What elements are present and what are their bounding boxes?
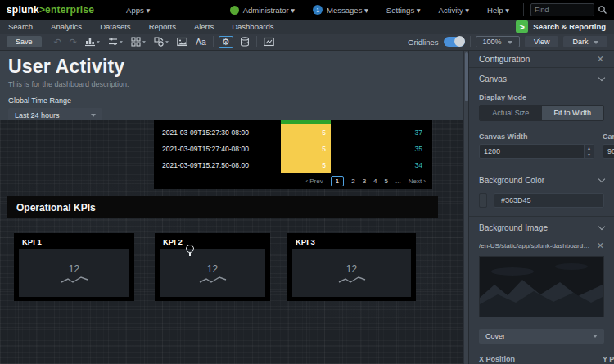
pagination-page-3[interactable]: 3 <box>363 178 366 185</box>
add-chart-icon[interactable] <box>84 36 102 47</box>
pagination-page-5[interactable]: 5 <box>385 178 388 185</box>
color-swatch[interactable] <box>479 193 487 208</box>
apps-menu[interactable]: Apps ▾ <box>119 6 157 15</box>
pagination-page-1[interactable]: 1 <box>331 176 344 186</box>
app-navbar: Search Analytics Datasets Reports Alerts… <box>0 20 614 34</box>
kpi-body: 12 <box>292 249 411 297</box>
pagination-ellipsis: ... <box>395 178 401 185</box>
nav-item-reports[interactable]: Reports <box>149 22 176 31</box>
configuration-panel: Configuration ✕ Canvas Display Mode Actu… <box>468 51 614 364</box>
background-image-section-toggle[interactable]: Background Image <box>479 217 604 237</box>
table-cell-count: 34 <box>331 161 432 169</box>
stepper-down-icon[interactable]: ▼ <box>585 151 594 158</box>
time-range-value: Last 24 hours <box>15 111 60 119</box>
stepper-up-icon[interactable]: ▲ <box>585 145 594 151</box>
kpi-panel-2[interactable]: KPI 2 12 <box>155 233 270 301</box>
events-table-panel[interactable]: 2021-03-09T15:27:20-08:00 6 38 2021-03-0… <box>154 120 432 189</box>
close-icon[interactable]: ✕ <box>597 54 604 65</box>
canvas-width-label: Canvas Width <box>479 133 594 141</box>
help-menu[interactable]: Help ▾ <box>480 6 517 15</box>
data-sources-icon[interactable] <box>238 36 251 47</box>
background-color-input[interactable] <box>494 193 604 208</box>
user-menu-label: Administrator ▾ <box>243 6 295 15</box>
x-position-label: X Position <box>479 355 594 363</box>
display-mode-fit-to-width[interactable]: Fit to Width <box>542 106 604 120</box>
kpi-section-header[interactable]: Operational KPIs <box>7 196 438 218</box>
image-fit-dropdown[interactable]: Cover <box>479 329 604 344</box>
display-mode-actual-size[interactable]: Actual Size <box>480 106 542 120</box>
find-input[interactable] <box>530 3 594 16</box>
time-range-label: Global Time Range <box>8 97 455 105</box>
pagination-next[interactable]: Next › <box>409 178 426 185</box>
visual-defaults-icon[interactable] <box>262 36 276 47</box>
user-avatar-icon <box>230 6 239 15</box>
canvas-section-label: Canvas <box>479 74 507 83</box>
canvas-width-input[interactable] <box>480 145 584 158</box>
kpi-panel-1[interactable]: KPI 1 12 <box>14 233 134 301</box>
kpi-body: 12 <box>19 249 129 297</box>
table-row[interactable]: 2021-03-09T15:27:30-08:00 5 37 <box>154 124 432 141</box>
clear-image-icon[interactable]: ✕ <box>597 240 604 251</box>
add-layout-icon[interactable] <box>129 36 147 47</box>
messages-menu[interactable]: 1 Messages ▾ <box>305 5 376 15</box>
chevron-down-icon <box>598 176 605 182</box>
pagination-prev[interactable]: ‹ Prev <box>305 178 323 185</box>
background-color-section-toggle[interactable]: Background Color <box>479 169 604 190</box>
scrollbar-thumb[interactable] <box>465 52 468 101</box>
redo-icon[interactable]: ↷ <box>68 36 79 48</box>
sparkline-icon <box>337 276 367 284</box>
pagination-page-4[interactable]: 4 <box>373 178 377 185</box>
current-app-badge[interactable]: > Search & Reporting <box>516 20 606 33</box>
table-cell-value: 5 <box>281 157 331 173</box>
settings-menu[interactable]: Settings ▾ <box>379 6 428 15</box>
save-button[interactable]: Save <box>7 36 42 47</box>
search-icon[interactable] <box>598 5 607 15</box>
dashboard-canvas[interactable]: 2021-03-09T15:27:20-08:00 6 38 2021-03-0… <box>0 120 463 364</box>
nav-item-datasets[interactable]: Datasets <box>100 22 131 31</box>
nav-item-search[interactable]: Search <box>8 22 33 31</box>
activity-menu[interactable]: Activity ▾ <box>431 6 477 15</box>
table-cell-value: 5 <box>281 124 331 141</box>
nav-item-analytics[interactable]: Analytics <box>51 22 82 31</box>
dashboard-description[interactable]: This is for the dashboard description. <box>8 80 455 88</box>
toolbar-divider <box>256 36 257 47</box>
undo-icon[interactable]: ↶ <box>52 36 63 48</box>
dashboard-title[interactable]: User Activity <box>8 56 455 78</box>
background-image-path[interactable]: /en-US/static/app/splunk-dashboard-s... <box>479 242 592 249</box>
user-menu[interactable]: Administrator ▾ <box>223 6 302 15</box>
canvas-width-field: ▲▼ <box>479 144 594 159</box>
kpi-value: 12 <box>207 263 218 275</box>
image-fit-value: Cover <box>485 332 505 340</box>
app-name: Search & Reporting <box>533 22 606 31</box>
nav-item-alerts[interactable]: Alerts <box>194 22 214 31</box>
table-row[interactable]: 2021-03-09T15:27:40-08:00 5 35 <box>154 141 432 157</box>
kpi-value: 12 <box>346 263 357 275</box>
kpi-title: KPI 3 <box>287 233 416 249</box>
view-button[interactable]: View <box>525 36 558 47</box>
table-row[interactable]: 2021-03-09T15:27:50-08:00 5 34 <box>154 157 432 173</box>
gridlines-toggle[interactable] <box>444 37 465 47</box>
pagination-page-2[interactable]: 2 <box>351 178 354 185</box>
chevron-down-icon <box>165 41 169 43</box>
gridlines-label: Gridlines <box>408 38 439 47</box>
mouse-cursor-icon <box>186 245 195 255</box>
table-cell-time: 2021-03-09T15:27:30-08:00 <box>154 128 281 137</box>
toolbar-divider <box>47 36 47 47</box>
zoom-dropdown[interactable]: 100% <box>476 36 521 47</box>
add-input-icon[interactable] <box>106 36 124 47</box>
dashboard-editor-area: User Activity This is for the dashboard … <box>0 51 463 364</box>
splunk-logo[interactable]: splunk>enterprise <box>7 4 94 16</box>
add-image-icon[interactable] <box>175 36 189 47</box>
toolbar-divider <box>470 36 471 47</box>
topbar: splunk>enterprise Apps ▾ Administrator ▾… <box>0 0 614 20</box>
background-image-preview <box>479 256 604 317</box>
nav-item-dashboards[interactable]: Dashboards <box>232 22 273 31</box>
add-text-icon[interactable]: Aa <box>194 36 208 47</box>
add-shape-icon[interactable] <box>152 36 170 47</box>
canvas-section-toggle[interactable]: Canvas <box>479 68 604 88</box>
canvas-height-input[interactable] <box>603 145 614 158</box>
y-position-label: Y Position <box>603 355 614 363</box>
kpi-panel-3[interactable]: KPI 3 12 <box>287 233 416 301</box>
configuration-gear-icon[interactable]: ⚙ <box>219 36 233 48</box>
theme-dropdown[interactable]: Dark <box>563 36 607 47</box>
